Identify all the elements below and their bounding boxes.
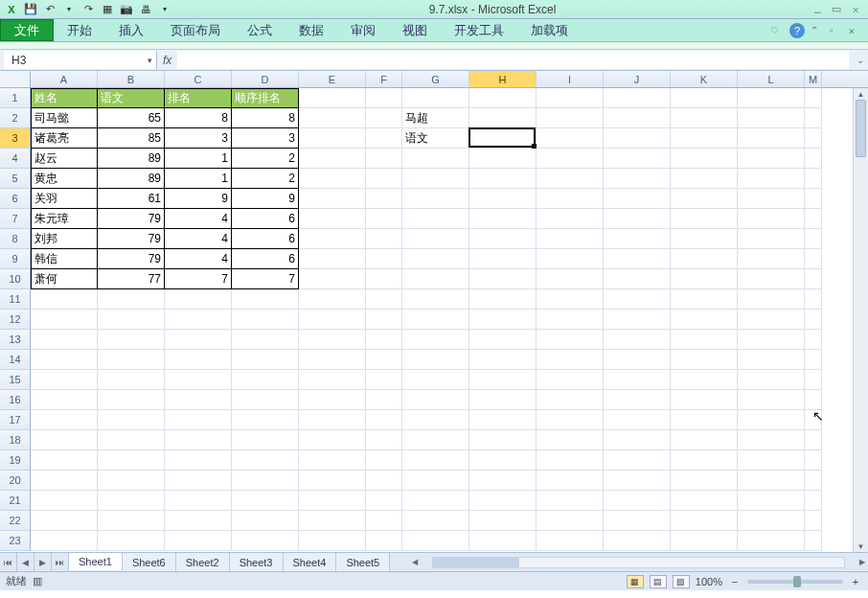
row-header-15[interactable]: 15 <box>0 370 31 390</box>
cell-D6[interactable]: 9 <box>232 189 299 209</box>
cell-I10[interactable] <box>537 269 604 289</box>
cell-H20[interactable] <box>469 471 537 491</box>
cell-M20[interactable] <box>805 471 822 491</box>
cell-K17[interactable] <box>671 410 738 430</box>
cell-I15[interactable] <box>537 370 604 390</box>
cell-D10[interactable]: 7 <box>232 269 299 289</box>
cell-J3[interactable] <box>604 128 671 149</box>
cell-J19[interactable] <box>604 450 671 471</box>
cell-J5[interactable] <box>604 169 671 189</box>
cell-H5[interactable] <box>469 169 537 189</box>
cell-D3[interactable]: 3 <box>232 128 299 149</box>
tab-formula[interactable]: 公式 <box>234 19 286 41</box>
cell-D17[interactable] <box>232 410 299 430</box>
cell-G16[interactable] <box>402 390 469 410</box>
cell-K15[interactable] <box>671 370 738 390</box>
cell-G12[interactable] <box>402 310 469 330</box>
row-header-12[interactable]: 12 <box>0 310 31 330</box>
row-header-16[interactable]: 16 <box>0 390 31 410</box>
save-icon[interactable]: 💾 <box>23 2 38 17</box>
cell-H11[interactable] <box>469 289 537 310</box>
cell-E6[interactable] <box>299 189 366 209</box>
cell-K12[interactable] <box>671 310 738 330</box>
cell-B20[interactable] <box>98 471 165 491</box>
cell-G7[interactable] <box>402 209 469 229</box>
cell-G11[interactable] <box>402 289 469 310</box>
cell-K22[interactable] <box>671 511 738 531</box>
cell-D12[interactable] <box>232 310 299 330</box>
cell-G21[interactable] <box>402 491 469 511</box>
cell-L21[interactable] <box>738 491 805 511</box>
cell-L4[interactable] <box>738 149 805 169</box>
cell-D21[interactable] <box>232 491 299 511</box>
cell-L9[interactable] <box>738 249 805 269</box>
cell-B12[interactable] <box>98 310 165 330</box>
cell-K7[interactable] <box>671 209 738 229</box>
sheet-next-icon[interactable]: ▶ <box>34 553 52 571</box>
cell-J6[interactable] <box>604 189 671 209</box>
cell-E7[interactable] <box>299 209 366 229</box>
cell-I2[interactable] <box>537 108 604 128</box>
cell-F9[interactable] <box>366 249 402 269</box>
fx-icon[interactable]: fx <box>163 54 171 67</box>
tab-addin[interactable]: 加载项 <box>517 19 582 41</box>
cell-M2[interactable] <box>805 108 822 128</box>
cell-J8[interactable] <box>604 229 671 249</box>
formula-input[interactable] <box>177 51 849 69</box>
cell-F23[interactable] <box>366 531 402 551</box>
camera-icon[interactable]: 📷 <box>119 2 134 17</box>
col-header-M[interactable]: M <box>805 71 822 87</box>
cell-K4[interactable] <box>671 149 738 169</box>
cell-E12[interactable] <box>299 310 366 330</box>
cell-B6[interactable]: 61 <box>98 189 165 209</box>
cell-M8[interactable] <box>805 229 822 249</box>
cell-C18[interactable] <box>165 430 232 450</box>
cell-C1[interactable]: 排名 <box>165 88 232 108</box>
tab-home[interactable]: 开始 <box>54 19 105 41</box>
cell-H22[interactable] <box>469 511 537 531</box>
cell-E1[interactable] <box>299 88 366 108</box>
col-header-G[interactable]: G <box>402 71 469 87</box>
cell-F22[interactable] <box>366 511 402 531</box>
cell-M9[interactable] <box>805 249 822 269</box>
tab-view[interactable]: 视图 <box>389 19 441 41</box>
cell-A13[interactable] <box>31 330 98 350</box>
sheet-prev-icon[interactable]: ◀ <box>17 553 34 571</box>
cell-B7[interactable]: 79 <box>98 209 165 229</box>
cell-L11[interactable] <box>738 289 805 310</box>
zoom-out-button[interactable]: − <box>728 576 742 587</box>
cell-A4[interactable]: 赵云 <box>31 149 98 169</box>
cell-J17[interactable] <box>604 410 671 430</box>
cell-A14[interactable] <box>31 350 98 370</box>
col-header-D[interactable]: D <box>232 71 299 87</box>
cell-C20[interactable] <box>165 471 232 491</box>
cell-C16[interactable] <box>165 390 232 410</box>
ribbon-minimize-icon[interactable]: ⌃ <box>811 25 824 35</box>
cell-L13[interactable] <box>738 330 805 350</box>
cell-G8[interactable] <box>402 229 469 249</box>
row-header-13[interactable]: 13 <box>0 330 31 350</box>
cell-A15[interactable] <box>31 370 98 390</box>
cell-A18[interactable] <box>31 430 98 450</box>
redo-icon[interactable]: ↷ <box>80 2 96 17</box>
cell-A22[interactable] <box>31 511 98 531</box>
cell-M22[interactable] <box>805 511 822 531</box>
cell-A3[interactable]: 诸葛亮 <box>31 128 98 149</box>
cell-E9[interactable] <box>299 249 366 269</box>
cell-L6[interactable] <box>738 189 805 209</box>
cell-G9[interactable] <box>402 249 469 269</box>
cell-H6[interactable] <box>469 189 537 209</box>
cell-H13[interactable] <box>469 330 537 350</box>
cell-C12[interactable] <box>165 310 232 330</box>
cell-K23[interactable] <box>671 531 738 551</box>
cell-J7[interactable] <box>604 209 671 229</box>
cell-L5[interactable] <box>738 169 805 189</box>
col-header-C[interactable]: C <box>165 71 232 87</box>
row-header-4[interactable]: 4 <box>0 149 31 169</box>
cell-L3[interactable] <box>738 128 805 149</box>
cell-D18[interactable] <box>232 430 299 450</box>
cell-E8[interactable] <box>299 229 366 249</box>
cell-L2[interactable] <box>738 108 805 128</box>
cell-D14[interactable] <box>232 350 299 370</box>
cell-A9[interactable]: 韩信 <box>31 249 98 269</box>
